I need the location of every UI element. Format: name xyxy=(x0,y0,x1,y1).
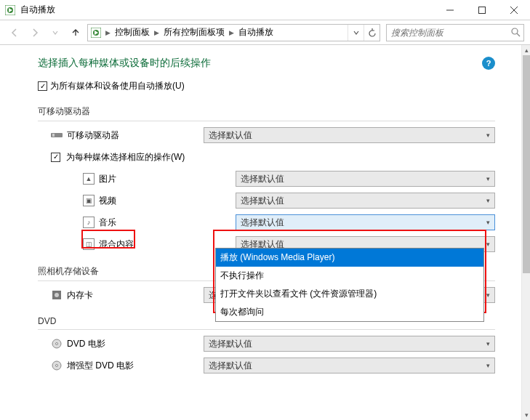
scrollbar-thumb[interactable] xyxy=(523,55,530,273)
chevron-down-icon: ▾ xyxy=(486,197,490,204)
chevron-down-icon: ▾ xyxy=(486,132,490,139)
removable-drive-label: 可移动驱动器 xyxy=(67,129,119,142)
titlebar: 自动播放 xyxy=(0,0,530,20)
content-pane: 选择插入每种媒体或设备时的后续操作 ? ✓ 为所有媒体和设备使用自动播放(U) … xyxy=(0,45,521,420)
global-autoplay-checkbox-row[interactable]: ✓ 为所有媒体和设备使用自动播放(U) xyxy=(38,80,495,92)
combo-removable-drive[interactable]: 选择默认值 ▾ xyxy=(204,127,495,143)
chevron-down-icon: ▾ xyxy=(486,340,490,347)
disc-icon xyxy=(51,338,63,350)
section-removable-drives: 可移动驱动器 xyxy=(38,105,495,121)
chevron-right-icon[interactable]: ▶ xyxy=(228,29,236,36)
svg-rect-4 xyxy=(479,7,486,13)
combo-value: 选择默认值 xyxy=(209,360,252,372)
search-icon[interactable] xyxy=(508,28,523,37)
navigation-bar: ▶ 控制面板 ▶ 所有控制面板项 ▶ 自动播放 xyxy=(0,20,530,45)
memory-card-icon xyxy=(51,289,63,301)
chevron-down-icon: ▾ xyxy=(486,175,490,182)
recent-dropdown-button[interactable] xyxy=(47,24,64,41)
row-removable-drive: 可移动驱动器 选择默认值 ▾ xyxy=(51,127,495,143)
svg-point-19 xyxy=(56,365,58,367)
combo-videos[interactable]: 选择默认值 ▾ xyxy=(236,193,495,209)
search-input[interactable] xyxy=(387,28,508,38)
pictures-icon: ▲ xyxy=(83,173,95,185)
svg-point-15 xyxy=(55,293,59,297)
combo-value: 选择默认值 xyxy=(241,217,284,229)
videos-label: 视频 xyxy=(99,195,116,207)
search-box[interactable] xyxy=(386,24,524,41)
page-heading-row: 选择插入每种媒体或设备时的后续操作 ? xyxy=(38,57,495,70)
row-enhanced-dvd: 增强型 DVD 电影 选择默认值 ▾ xyxy=(51,358,495,373)
dropdown-option-no-action[interactable]: 不执行操作 xyxy=(216,267,483,285)
autoplay-location-icon xyxy=(88,28,104,38)
per-media-label: 为每种媒体选择相应的操作(W) xyxy=(63,151,185,163)
breadcrumb-control-panel[interactable]: 控制面板 xyxy=(112,25,153,41)
combo-value: 选择默认值 xyxy=(209,129,252,142)
music-icon: ♪ xyxy=(83,217,95,228)
mixed-content-icon: ◫ xyxy=(83,238,95,250)
combo-music[interactable]: 选择默认值 ▾ xyxy=(236,214,495,230)
chevron-right-icon[interactable]: ▶ xyxy=(104,29,112,36)
minimize-button[interactable] xyxy=(434,0,466,20)
chevron-down-icon: ▾ xyxy=(486,362,490,369)
svg-point-17 xyxy=(56,343,58,345)
svg-line-11 xyxy=(517,33,520,36)
row-videos: ▣ 视频 选择默认值 ▾ xyxy=(51,193,495,209)
maximize-button[interactable] xyxy=(466,0,498,20)
combo-value: 选择默认值 xyxy=(241,195,284,207)
svg-point-10 xyxy=(512,28,518,34)
combo-dvd-movie[interactable]: 选择默认值 ▾ xyxy=(204,336,495,352)
autoplay-window-icon xyxy=(4,4,16,16)
address-bar[interactable]: ▶ 控制面板 ▶ 所有控制面板项 ▶ 自动播放 xyxy=(87,24,380,41)
combo-value: 选择默认值 xyxy=(209,338,252,350)
page-heading: 选择插入每种媒体或设备时的后续操作 xyxy=(38,57,211,70)
row-pictures: ▲ 图片 选择默认值 ▾ xyxy=(51,171,495,187)
chevron-down-icon: ▾ xyxy=(486,219,490,226)
dvd-movie-label: DVD 电影 xyxy=(67,338,105,350)
music-dropdown-list[interactable]: 播放 (Windows Media Player) 不执行操作 打开文件夹以查看… xyxy=(215,248,484,322)
refresh-button[interactable] xyxy=(364,25,380,41)
combo-value: 选择默认值 xyxy=(241,173,284,185)
chevron-down-icon: ▾ xyxy=(486,241,490,248)
window-title: 自动播放 xyxy=(20,4,55,16)
back-button[interactable] xyxy=(6,24,23,41)
combo-pictures[interactable]: 选择默认值 ▾ xyxy=(236,171,495,187)
up-button[interactable] xyxy=(67,24,84,41)
scroll-up-button[interactable]: ▴ xyxy=(522,45,530,55)
memory-card-label: 内存卡 xyxy=(67,289,93,302)
chevron-down-icon: ▾ xyxy=(486,291,490,299)
vertical-scrollbar[interactable]: ▴ ▾ xyxy=(521,45,530,420)
scroll-down-button[interactable]: ▾ xyxy=(522,410,530,420)
dropdown-option-open-folder[interactable]: 打开文件夹以查看文件 (文件资源管理器) xyxy=(216,285,483,303)
drive-icon xyxy=(51,129,63,141)
row-dvd-movie: DVD 电影 选择默认值 ▾ xyxy=(51,336,495,352)
music-label: 音乐 xyxy=(99,217,116,229)
dropdown-option-play-wmp[interactable]: 播放 (Windows Media Player) xyxy=(216,249,483,267)
breadcrumb-all-items[interactable]: 所有控制面板项 xyxy=(161,25,228,41)
forward-button[interactable] xyxy=(26,24,44,41)
chevron-right-icon[interactable]: ▶ xyxy=(153,29,161,36)
per-media-checkbox-row[interactable]: ✓ 为每种媒体选择相应的操作(W) xyxy=(51,149,495,165)
videos-icon: ▣ xyxy=(83,195,95,206)
pictures-label: 图片 xyxy=(99,173,116,185)
dropdown-option-ask-every-time[interactable]: 每次都询问 xyxy=(216,303,483,321)
checkbox-checked-icon[interactable]: ✓ xyxy=(51,153,60,162)
global-autoplay-label: 为所有媒体和设备使用自动播放(U) xyxy=(50,80,185,92)
close-button[interactable] xyxy=(498,0,530,20)
disc-icon xyxy=(51,360,63,371)
mixed-label: 混合内容 xyxy=(99,238,134,251)
svg-rect-13 xyxy=(52,134,55,137)
combo-enhanced-dvd[interactable]: 选择默认值 ▾ xyxy=(204,358,495,373)
breadcrumb-autoplay[interactable]: 自动播放 xyxy=(236,25,276,41)
row-music: ♪ 音乐 选择默认值 ▾ xyxy=(51,214,495,230)
address-dropdown-button[interactable] xyxy=(348,25,364,41)
help-icon[interactable]: ? xyxy=(482,57,495,70)
enhanced-dvd-label: 增强型 DVD 电影 xyxy=(67,360,134,372)
checkbox-checked-icon[interactable]: ✓ xyxy=(38,81,47,91)
